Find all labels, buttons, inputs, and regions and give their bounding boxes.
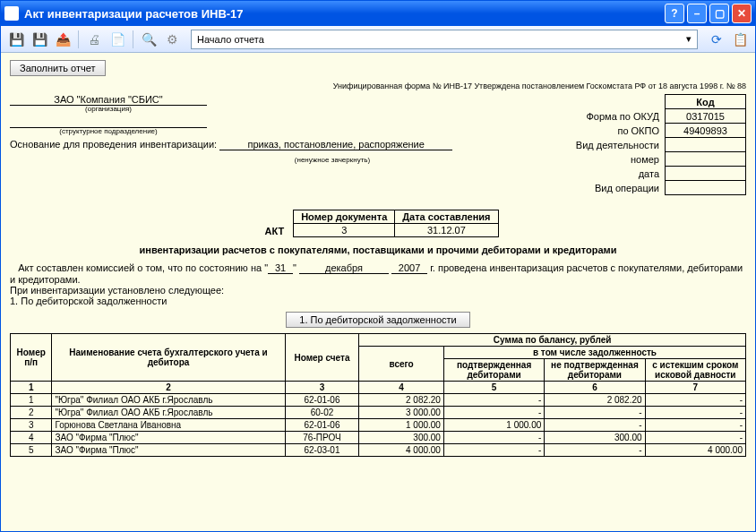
col-index: 7 [645, 382, 745, 394]
cell: 62-01-06 [285, 419, 359, 432]
settings-icon[interactable]: ⚙ [162, 30, 182, 49]
cell: - [645, 394, 745, 407]
cell: 4 [11, 432, 52, 444]
okpo-value: 49409893 [666, 124, 746, 138]
basis-sublabel: (ненужное зачеркнуть) [216, 156, 449, 164]
as-of-day[interactable]: 31 [268, 262, 293, 274]
address-field[interactable]: Начало отчета ▾ [191, 30, 698, 49]
window-title: Акт инвентаризации расчетов ИНВ-17 [24, 7, 665, 21]
table-row[interactable]: 5ЗАО "Фирма "Плюс"62-03-014 000.00--4 00… [11, 444, 746, 457]
app-icon [4, 6, 19, 21]
cell: 4 000.00 [359, 444, 444, 457]
cell: 62-03-01 [285, 444, 359, 457]
cell: - [443, 394, 544, 407]
dropdown-icon[interactable]: ▾ [686, 33, 692, 45]
cell: 2 082.20 [359, 394, 444, 407]
cell: - [545, 407, 645, 419]
cell: - [443, 407, 544, 419]
as-of-year[interactable]: 2007 [391, 262, 427, 274]
debtors-table: Номер п/п Наименование счета бухгалтерск… [10, 333, 746, 457]
cell: - [545, 444, 645, 457]
save-all-icon[interactable]: 💾 [30, 30, 49, 49]
cell: 2 082.20 [545, 394, 645, 407]
search-icon[interactable]: 🔍 [139, 30, 159, 49]
doc-meta-table: АКТ Номер документа Дата составления 3 3… [257, 210, 498, 237]
cell: "Югра" Филиал ОАО АКБ г.Ярославль [52, 394, 285, 407]
close-button[interactable]: ✕ [732, 4, 752, 23]
save-icon[interactable]: 💾 [6, 30, 26, 49]
col-sub: в том числе задолженность [443, 347, 745, 359]
col-index: 5 [443, 382, 544, 394]
code-header: Код [666, 95, 746, 109]
op-value [666, 181, 746, 195]
date-label: дата [571, 167, 666, 181]
activity-label: Вид деятельности [571, 138, 666, 152]
tab-debtors[interactable]: 1. По дебиторской задолженности [286, 312, 469, 328]
col-total: всего [359, 347, 444, 382]
col-confirmed: подтвержденная дебиторами [443, 359, 544, 382]
titlebar: Акт инвентаризации расчетов ИНВ-17 ? – ▢… [1, 1, 755, 26]
col-index: 4 [359, 382, 444, 394]
number-value [666, 152, 746, 167]
toolbar: 💾 💾 📤 🖨 📄 🔍 ⚙ Начало отчета ▾ ⟳ 📋 [1, 26, 755, 53]
col-name: Наименование счета бухгалтерского учета … [52, 334, 285, 382]
cell: - [443, 444, 544, 457]
cell: Горюнова Светлана Ивановна [52, 419, 285, 432]
col-balance: Сумма по балансу, рублей [359, 334, 746, 347]
table-row[interactable]: 1"Югра" Филиал ОАО АКБ г.Ярославль62-01-… [11, 394, 746, 407]
col-expired: с истекшим сроком исковой давности [645, 359, 745, 382]
body-line-2: При инвентаризации установлено следующее… [10, 285, 746, 296]
form-approval-text: Унифицированная форма № ИНВ-17 Утвержден… [10, 82, 746, 90]
basis-value: приказ, постановление, распоряжение [219, 139, 452, 150]
table-row[interactable]: 3Горюнова Светлана Ивановна62-01-061 000… [11, 419, 746, 432]
cell: - [645, 419, 745, 432]
doc-date-header: Дата составления [395, 210, 498, 224]
cell: 3 000.00 [359, 407, 444, 419]
date-value [666, 167, 746, 181]
col-index: 2 [52, 382, 285, 394]
basis-label: Основание для проведения инвентаризации: [10, 139, 217, 150]
subdivision-sublabel: (структурное подразделение) [10, 127, 207, 135]
cell: 1 [11, 394, 52, 407]
help-button[interactable]: ? [665, 4, 684, 23]
doc-date-value: 31.12.07 [395, 224, 498, 237]
col-index: 6 [545, 382, 645, 394]
doc-num-header: Номер документа [294, 210, 395, 224]
cell: 3 [11, 419, 52, 432]
doc-icon[interactable]: 📋 [730, 30, 750, 49]
body-line-3: 1. По дебиторской задолженности [10, 296, 746, 306]
minimize-button[interactable]: – [687, 4, 707, 23]
cell: - [645, 432, 745, 444]
table-row[interactable]: 4ЗАО "Фирма "Плюс"76-ПРОЧ300.00-300.00- [11, 432, 746, 444]
cell: 1 000.00 [359, 419, 444, 432]
print-icon[interactable]: 🖨 [84, 30, 104, 49]
okud-label: Форма по ОКУД [571, 109, 666, 124]
doc-subtitle: инвентаризации расчетов с покупателями, … [10, 245, 746, 255]
fill-report-button[interactable]: Заполнить отчет [10, 60, 106, 76]
col-acc: Номер счета [285, 334, 359, 382]
cell: 300.00 [359, 432, 444, 444]
cell: 5 [11, 444, 52, 457]
cell: - [645, 407, 745, 419]
col-index: 3 [285, 382, 359, 394]
cell: 60-02 [285, 407, 359, 419]
okud-value: 0317015 [666, 109, 746, 124]
cell: 1 000.00 [443, 419, 544, 432]
col-unconfirmed: не подтвержденная дебиторами [545, 359, 645, 382]
cell: ЗАО "Фирма "Плюс" [52, 432, 285, 444]
as-of-month[interactable]: декабря [299, 262, 389, 274]
cell: - [545, 419, 645, 432]
print-preview-icon[interactable]: 📄 [107, 30, 127, 49]
col-index: 1 [11, 382, 52, 394]
refresh-icon[interactable]: ⟳ [707, 30, 726, 49]
cell: "Югра" Филиал ОАО АКБ г.Ярославль [52, 407, 285, 419]
number-label: номер [571, 152, 666, 167]
okpo-label: по ОКПО [571, 124, 666, 138]
export-icon[interactable]: 📤 [53, 30, 73, 49]
cell: 2 [11, 407, 52, 419]
akt-label: АКТ [257, 210, 293, 237]
maximize-button[interactable]: ▢ [709, 4, 729, 23]
code-table: Код Форма по ОКУД0317015 по ОКПО49409893… [571, 94, 746, 195]
col-num: Номер п/п [11, 334, 52, 382]
table-row[interactable]: 2"Югра" Филиал ОАО АКБ г.Ярославль60-023… [11, 407, 746, 419]
